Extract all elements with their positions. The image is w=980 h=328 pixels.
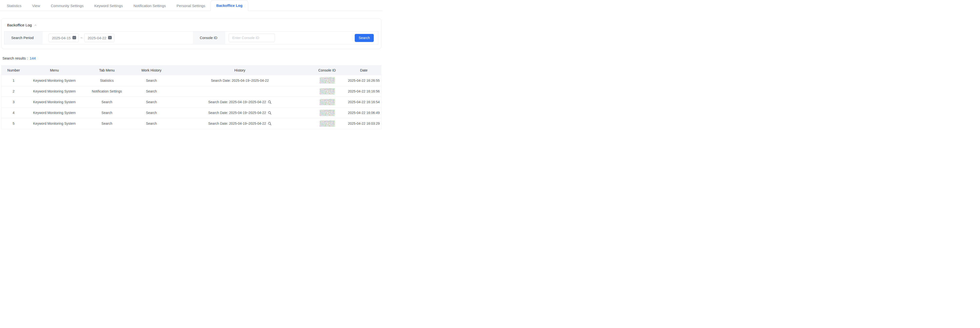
backoffice-log-panel: Backoffice Log Search Period 2025-04-15 [1, 18, 381, 49]
console-id-redacted-image [320, 99, 335, 105]
range-tilde: ~ [81, 36, 83, 40]
cell-number: 4 [2, 107, 26, 118]
cell-console-id [308, 107, 347, 118]
console-id-area [225, 33, 355, 42]
cell-work-history: Search [131, 118, 172, 129]
cell-date: 2025-04-22 16:26:55 [347, 75, 381, 86]
history-text: Search Date: 2025-04-19~2025-04-22 [208, 121, 266, 126]
cell-console-id [308, 97, 347, 107]
date-range: 2025-04-15 ~ [43, 33, 193, 42]
tab-view[interactable]: View [27, 1, 45, 11]
cell-number: 1 [2, 75, 26, 86]
calendar-icon[interactable] [108, 35, 112, 40]
cell-number: 2 [2, 86, 26, 97]
cell-date: 2025-04-22 16:06:49 [347, 107, 381, 118]
cell-history: Search Date: 2025-04-19~2025-04-22 [172, 118, 308, 129]
tab-personal-settings[interactable]: Personal Settings [171, 1, 211, 11]
tab-community-settings[interactable]: Community Settings [45, 1, 89, 11]
cell-history: Search Date: 2025-04-19~2025-04-22 [172, 97, 308, 107]
console-id-input[interactable] [229, 33, 275, 42]
cell-tab-menu: Search [83, 97, 131, 107]
search-button[interactable]: Search [355, 34, 374, 42]
history-content: Search Date: 2025-04-19~2025-04-22 [211, 79, 269, 83]
cell-number: 5 [2, 118, 26, 129]
console-id-redacted-image [320, 88, 335, 94]
console-id-redacted-image [320, 110, 335, 116]
tab-notification-settings[interactable]: Notification Settings [128, 1, 171, 11]
console-id-redacted-image [320, 121, 335, 127]
cell-tab-menu: Notification Settings [83, 86, 131, 97]
panel-title: Backoffice Log [7, 23, 32, 27]
cell-date: 2025-04-22 16:16:54 [347, 97, 381, 107]
cell-date: 2025-04-22 16:16:56 [347, 86, 381, 97]
table-row: 1Keyword Monitoring SystemStatisticsSear… [2, 75, 381, 86]
column-header-tab-menu: Tab Menu [83, 65, 131, 75]
cell-history [172, 86, 308, 97]
table-body: 1Keyword Monitoring SystemStatisticsSear… [2, 75, 381, 129]
table-row: 2Keyword Monitoring SystemNotification S… [2, 86, 381, 97]
history-text: Search Date: 2025-04-19~2025-04-22 [208, 111, 266, 115]
magnifier-icon[interactable] [268, 100, 272, 104]
magnifier-icon[interactable] [268, 111, 272, 115]
cell-console-id [308, 118, 347, 129]
tab-bar: StatisticsViewCommunity SettingsKeyword … [0, 0, 383, 11]
date-from-input[interactable]: 2025-04-15 [49, 33, 79, 42]
cell-menu: Keyword Monitoring System [26, 118, 83, 129]
cell-menu: Keyword Monitoring System [26, 75, 83, 86]
column-header-menu: Menu [26, 65, 83, 75]
date-to-value: 2025-04-22 [88, 36, 107, 40]
history-content: Search Date: 2025-04-19~2025-04-22 [208, 111, 271, 115]
cell-history: Search Date: 2025-04-19~2025-04-22 [172, 75, 308, 86]
column-header-work-history: Work History [131, 65, 172, 75]
backoffice-log-table: NumberMenuTab MenuWork HistoryHistoryCon… [1, 65, 381, 129]
column-header-history: History [172, 65, 308, 75]
cell-tab-menu: Statistics [83, 75, 131, 86]
column-header-console-id: Console ID [308, 65, 347, 75]
console-id-label: Console ID [193, 32, 225, 44]
column-header-number: Number [2, 65, 26, 75]
cell-number: 3 [2, 97, 26, 107]
cell-tab-menu: Search [83, 107, 131, 118]
cell-work-history: Search [131, 75, 172, 86]
tab-statistics[interactable]: Statistics [2, 1, 27, 11]
history-content: Search Date: 2025-04-19~2025-04-22 [208, 100, 271, 104]
search-results-line: Search results : 144 [2, 56, 381, 60]
cell-work-history: Search [131, 107, 172, 118]
cell-menu: Keyword Monitoring System [26, 86, 83, 97]
console-id-redacted-image [320, 77, 335, 83]
panel-header: Backoffice Log [4, 22, 379, 31]
chevron-up-icon[interactable] [34, 24, 37, 27]
date-to-input[interactable]: 2025-04-22 [84, 33, 115, 42]
history-text: Search Date: 2025-04-19~2025-04-22 [208, 100, 266, 104]
table-row: 3Keyword Monitoring SystemSearchSearchSe… [2, 97, 381, 107]
cell-menu: Keyword Monitoring System [26, 97, 83, 107]
history-content: Search Date: 2025-04-19~2025-04-22 [208, 121, 271, 126]
cell-date: 2025-04-22 16:03:29 [347, 118, 381, 129]
cell-console-id [308, 86, 347, 97]
search-period-label: Search Period [5, 32, 43, 44]
table-header-row: NumberMenuTab MenuWork HistoryHistoryCon… [2, 65, 381, 75]
search-form: Search Period 2025-04-15 [4, 31, 379, 45]
cell-tab-menu: Search [83, 118, 131, 129]
cell-work-history: Search [131, 97, 172, 107]
date-from-value: 2025-04-15 [52, 36, 71, 40]
tab-keyword-settings[interactable]: Keyword Settings [89, 1, 128, 11]
page-body: Backoffice Log Search Period 2025-04-15 [0, 18, 383, 129]
tab-backoffice-log[interactable]: Backoffice Log [210, 0, 248, 11]
history-text: Search Date: 2025-04-19~2025-04-22 [211, 79, 269, 83]
cell-work-history: Search [131, 86, 172, 97]
cell-console-id [308, 75, 347, 86]
cell-menu: Keyword Monitoring System [26, 107, 83, 118]
search-results-label: Search results : [2, 56, 28, 60]
table-row: 4Keyword Monitoring SystemSearchSearchSe… [2, 107, 381, 118]
calendar-icon[interactable] [72, 35, 76, 40]
search-results-count: 144 [30, 56, 36, 60]
magnifier-icon[interactable] [268, 122, 272, 126]
column-header-date: Date [347, 65, 381, 75]
cell-history: Search Date: 2025-04-19~2025-04-22 [172, 107, 308, 118]
table-row: 5Keyword Monitoring SystemSearchSearchSe… [2, 118, 381, 129]
